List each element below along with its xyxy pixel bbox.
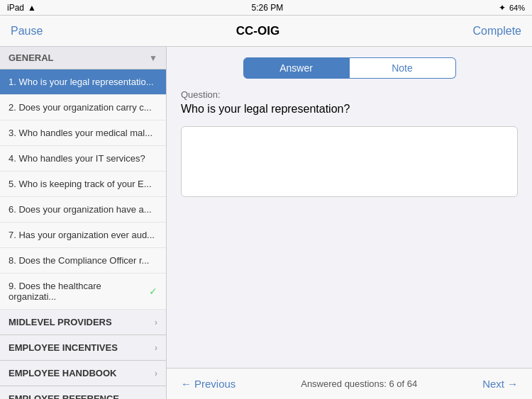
complete-button[interactable]: Complete — [473, 25, 521, 38]
sidebar-item-label-2: 2. Does your organization carry c... — [9, 102, 152, 113]
sidebar-item-label-6: 6. Does your organization have a... — [9, 204, 152, 215]
segmented-control: Answer Note — [181, 57, 518, 79]
ipad-label: iPad — [7, 3, 24, 13]
sidebar-group-label-2: EMPLOYEE HANDBOOK — [9, 368, 116, 378]
sidebar: GENERAL ▼ 1. Who is your legal represent… — [0, 47, 167, 399]
sidebar-group-1[interactable]: EMPLOYEE INCENTIVES› — [0, 335, 166, 361]
chevron-right-icon-0: › — [155, 317, 157, 327]
sidebar-item-label-3: 3. Who handles your medical mal... — [9, 128, 153, 138]
right-arrow-icon: → — [507, 378, 518, 390]
sidebar-group-label-0: MIDLEVEL PROVIDERS — [9, 317, 112, 327]
sidebar-item-label-4: 4. Who handles your IT services? — [9, 153, 145, 164]
sidebar-item-1[interactable]: 1. Who is your legal representatio... — [0, 69, 166, 95]
previous-label: Previous — [194, 378, 235, 390]
bottom-bar: ← Previous Answered questions: 6 of 64 N… — [167, 368, 532, 399]
pause-button[interactable]: Pause — [11, 25, 43, 38]
sidebar-group-label-3: EMPLOYEE REFERENCE CHECKS — [9, 393, 155, 399]
next-button[interactable]: Next → — [482, 378, 518, 390]
sidebar-item-label-8: 8. Does the Compliance Officer r... — [9, 255, 149, 266]
sidebar-item-label-1: 1. Who is your legal representatio... — [9, 77, 154, 87]
sidebar-item-3[interactable]: 3. Who handles your medical mal... — [0, 120, 166, 146]
chevron-right-icon-2: › — [155, 369, 157, 378]
nav-title: CC-OIG — [236, 24, 279, 38]
sidebar-group-2[interactable]: EMPLOYEE HANDBOOK› — [0, 361, 166, 386]
status-right: ✦ 64% — [499, 3, 525, 13]
sidebar-item-8[interactable]: 8. Does the Compliance Officer r... — [0, 248, 166, 274]
content-body: Answer Note Question: Who is your legal … — [167, 47, 532, 368]
answer-tab[interactable]: Answer — [243, 57, 350, 79]
status-bar: iPad ▲ 5:26 PM ✦ 64% — [0, 0, 532, 16]
main-container: GENERAL ▼ 1. Who is your legal represent… — [0, 47, 532, 399]
question-text: Who is your legal representation? — [181, 103, 518, 116]
sidebar-group-3[interactable]: EMPLOYEE REFERENCE CHECKS› — [0, 386, 166, 399]
sidebar-item-2[interactable]: 2. Does your organization carry c... — [0, 95, 166, 120]
sidebar-item-4[interactable]: 4. Who handles your IT services? — [0, 146, 166, 172]
answer-input[interactable] — [181, 126, 518, 197]
sidebar-item-9[interactable]: 9. Does the healthcare organizati...✓ — [0, 274, 166, 310]
note-tab[interactable]: Note — [350, 57, 456, 79]
sidebar-item-label-7: 7. Has your organization ever aud... — [9, 230, 155, 240]
sidebar-item-6[interactable]: 6. Does your organization have a... — [0, 197, 166, 223]
sidebar-item-5[interactable]: 5. Who is keeping track of your E... — [0, 172, 166, 197]
answered-info: Answered questions: 6 of 64 — [301, 378, 417, 389]
sidebar-item-7[interactable]: 7. Has your organization ever aud... — [0, 223, 166, 248]
status-left: iPad ▲ — [7, 3, 36, 13]
left-arrow-icon: ← — [181, 378, 192, 390]
previous-button[interactable]: ← Previous — [181, 378, 235, 390]
sidebar-item-label-5: 5. Who is keeping track of your E... — [9, 179, 152, 189]
question-label: Question: — [181, 89, 518, 100]
sidebar-group-label-1: EMPLOYEE INCENTIVES — [9, 342, 118, 353]
content-area: Answer Note Question: Who is your legal … — [167, 47, 532, 399]
chevron-right-icon-1: › — [155, 343, 157, 353]
battery-icon: 64% — [509, 4, 525, 12]
next-label: Next — [482, 378, 504, 390]
bluetooth-icon: ✦ — [499, 3, 506, 13]
general-label: GENERAL — [9, 52, 54, 63]
nav-bar: Pause CC-OIG Complete — [0, 16, 532, 47]
sidebar-items-list: 1. Who is your legal representatio...2. … — [0, 69, 166, 399]
sidebar-item-label-9: 9. Does the healthcare organizati... — [9, 281, 149, 302]
sidebar-section-general[interactable]: GENERAL ▼ — [0, 47, 166, 69]
wifi-icon: ▲ — [28, 3, 36, 13]
status-time: 5:26 PM — [252, 3, 284, 13]
chevron-down-icon: ▼ — [149, 53, 157, 63]
checkmark-icon-9: ✓ — [149, 286, 157, 297]
sidebar-group-0[interactable]: MIDLEVEL PROVIDERS› — [0, 310, 166, 335]
